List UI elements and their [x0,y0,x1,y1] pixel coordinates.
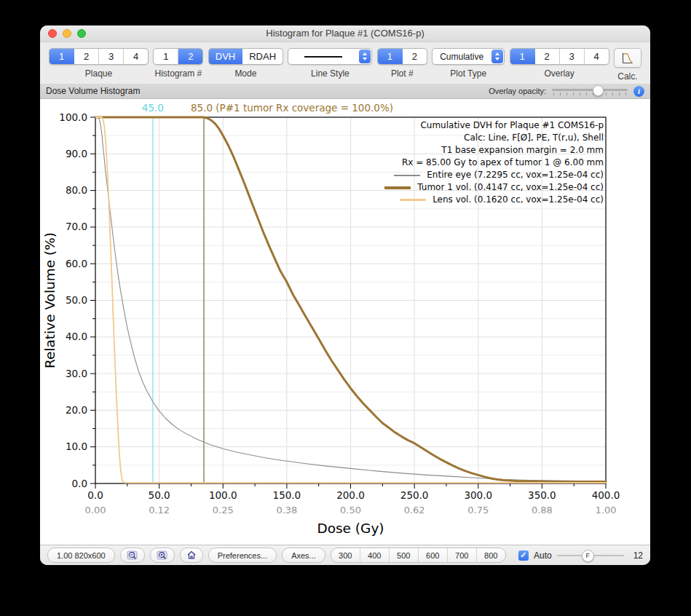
svg-text:80.0: 80.0 [66,184,87,196]
segment-overlay-2[interactable]: 2 [535,49,560,64]
info-icon[interactable]: i [633,86,644,97]
chart-panel: 0.010.020.030.040.050.060.070.080.090.01… [40,99,650,545]
size-button-400[interactable]: 400 [360,548,390,562]
stepper-icon[interactable] [359,50,371,63]
toolbar-group-overlay: 1234Overlay [510,48,609,79]
plaque-segmented-control: 1234 [49,48,149,65]
auto-checkbox[interactable]: ✓ [518,550,529,561]
svg-text:40.0: 40.0 [66,331,87,342]
legend-series-entry: Tumor 1 vol. (0.4147 cc, vox=1.25e-04 cc… [384,181,604,194]
mode-segmented-control: DVHRDAH [208,48,283,65]
svg-text:100.0: 100.0 [59,111,87,123]
segment-plaque-2[interactable]: 2 [74,49,99,64]
svg-text:0.0: 0.0 [87,489,103,501]
toolbar-group-label: Histogram # [155,68,202,79]
segment-overlay-3[interactable]: 3 [560,49,585,64]
segment-histogram-number-1[interactable]: 1 [154,49,178,64]
font-slider-knob[interactable]: F [582,550,594,562]
toolbar-group-plot-number: 12Plot # [377,48,427,79]
overlay-opacity-slider[interactable] [552,85,628,97]
plot-type-dropdown[interactable]: Cumulative [432,48,505,65]
legend-swatch [400,199,426,201]
toolbar: 1234Plaque12Histogram #DVHRDAHModeLine S… [40,42,650,84]
svg-text:0.12: 0.12 [149,505,170,516]
svg-text:0.50: 0.50 [340,505,361,516]
svg-text:30.0: 30.0 [66,368,87,379]
preferences-button[interactable]: Preferences... [208,548,277,563]
toolbar-group-plot-type: CumulativePlot Type [432,48,505,79]
svg-text:85.0 (P#1 tumor Rx coverage =: 85.0 (P#1 tumor Rx coverage = 100.0%) [191,102,393,114]
legend-text: Calc: Line, F[Ø], PE, T(r,u), Shell [464,132,604,144]
toolbar-group-label: Mode [234,68,256,79]
svg-text:0.62: 0.62 [404,505,425,516]
segment-overlay-1[interactable]: 1 [510,49,535,64]
legend-text-line: T1 base expansion margin = 2.0 mm [384,144,604,157]
size-button-700[interactable]: 700 [448,548,477,562]
svg-text:400.0: 400.0 [592,489,620,501]
segment-plot-number-1[interactable]: 1 [378,49,403,64]
segment-mode-dvh[interactable]: DVH [209,49,242,64]
svg-text:0.38: 0.38 [276,505,297,516]
size-button-500[interactable]: 500 [390,548,419,562]
legend-text: Rx = 85.00 Gy to apex of tumor 1 @ 6.00 … [402,157,604,169]
toolbar-group-label: Plot Type [450,68,486,79]
legend-series-label: Lens vol. (0.1620 cc, vox=1.25e-04 cc) [433,194,604,206]
size-button-800[interactable]: 800 [477,548,505,562]
toolbar-group-plaque: 1234Plaque [49,48,149,79]
svg-text:1.00: 1.00 [596,505,617,516]
overlay-opacity-control: Overlay opacity: i [489,85,644,97]
line-style-swatch [304,56,342,58]
toolbar-group-histogram-number: 12Histogram # [153,48,203,79]
size-button-600[interactable]: 600 [419,548,448,562]
segment-plaque-1[interactable]: 1 [50,49,74,64]
svg-text:20.0: 20.0 [66,404,87,416]
home-icon [186,550,197,560]
legend-series-entry: Lens vol. (0.1620 cc, vox=1.25e-04 cc) [384,194,604,206]
segment-plaque-4[interactable]: 4 [124,49,148,64]
zoom-scale-button[interactable]: 1.00 820x600 [47,548,115,563]
chevron-up-icon [363,52,367,55]
plot-type-value: Cumulative [433,52,491,62]
segment-overlay-4[interactable]: 4 [585,49,609,64]
toolbar-group-label: Line Style [311,68,350,79]
stepper-icon[interactable] [491,50,503,63]
axes-button[interactable]: Axes... [282,548,325,563]
font-size-slider[interactable]: F [557,550,624,561]
legend-text: T1 base expansion margin = 2.0 mm [441,144,604,157]
legend-text-line: Calc: Line, F[Ø], PE, T(r,u), Shell [384,132,604,144]
legend-text-line: Rx = 85.00 Gy to apex of tumor 1 @ 6.00 … [384,157,604,169]
slider-ticks [553,92,626,95]
zoom-in-button[interactable] [150,548,175,563]
toolbar-group-line-style: Line Style [288,48,372,79]
dvh-curve-icon [620,52,635,65]
subheader-bar: Dose Volume Histogram Overlay opacity: i [40,84,650,99]
plot-size-segment: 300400500600700800 [331,548,506,563]
svg-text:350.0: 350.0 [528,489,556,501]
svg-text:50.0: 50.0 [66,294,87,306]
segment-plaque-3[interactable]: 3 [99,49,124,64]
svg-text:300.0: 300.0 [464,489,492,501]
overlay-segmented-control: 1234 [510,48,609,65]
svg-text:70.0: 70.0 [66,221,87,232]
chevron-down-icon [363,58,367,60]
chevron-down-icon [495,58,500,60]
calc-button[interactable] [614,48,641,68]
home-view-button[interactable] [180,548,203,563]
segment-plot-number-2[interactable]: 2 [403,49,427,64]
segment-histogram-number-2[interactable]: 2 [178,49,202,64]
zoom-out-button[interactable] [120,548,145,563]
toolbar-group-calc: Calc. [614,48,641,82]
size-button-300[interactable]: 300 [331,548,360,562]
subheader-title: Dose Volume Histogram [46,86,140,96]
line-style-dropdown[interactable] [288,48,372,65]
legend-series-label: Tumor 1 vol. (0.4147 cc, vox=1.25e-04 cc… [417,181,604,194]
svg-text:250.0: 250.0 [400,489,429,501]
histogram-number-segmented-control: 12 [153,48,203,65]
font-controls: ✓ Auto F 12 [518,550,643,561]
svg-text:0.88: 0.88 [532,505,553,516]
svg-text:10.0: 10.0 [66,441,87,452]
segment-mode-rdah[interactable]: RDAH [242,49,283,64]
slider-track [552,89,628,91]
font-size-value: 12 [633,550,643,561]
magnifier-plus-icon [157,550,168,561]
